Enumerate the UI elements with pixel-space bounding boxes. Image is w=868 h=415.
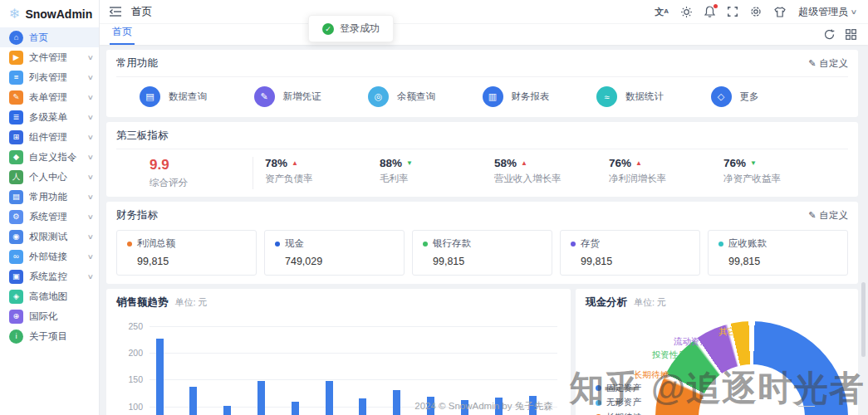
sidebar-item-label: 关于项目 [29,330,93,343]
collapse-sidebar-icon[interactable] [110,7,121,17]
sidebar-item-label: 系统管理 [29,211,82,223]
settings-gear-icon[interactable] [750,6,762,17]
finance-dot-icon [127,242,132,247]
bar-chart-bar [393,390,400,415]
legend-label: 无形资产 [606,397,641,408]
sidebar-item-about-project[interactable]: i关于项目 [0,326,99,346]
trend-up-icon: ▲ [292,159,298,167]
translate-icon[interactable]: 文A [655,7,669,17]
sidebar-item-label: 列表管理 [29,71,82,84]
bar-chart-bar [292,402,299,415]
app-logo[interactable]: ❄ SnowAdmin [0,0,99,27]
sidebar-item-home[interactable]: ⌂首页 [0,27,99,47]
metric-label: 净资产收益率 [723,173,826,185]
vertical-scrollbar[interactable] [861,282,866,357]
sidebar-item-permission-test[interactable]: ◉权限测试∨ [0,227,99,247]
theme-brightness-icon[interactable] [681,7,692,17]
sales-trend-chart-card: 销售额趋势 单位: 元 50100150200250 [106,289,571,415]
quick-customize-button[interactable]: ✎ 自定义 [808,57,848,70]
user-dropdown[interactable]: 超级管理员 ∨ [798,5,856,19]
quick-function-item[interactable]: ≈数据统计 [596,86,711,107]
finance-cards-row: 利润总额99,815现金749,029银行存款99,815存货99,815应收账… [116,222,848,279]
sidebar-item-multilevel-menu[interactable]: ≣多级菜单∨ [0,107,99,127]
quick-function-label: 更多 [740,90,759,103]
cash-analysis-header: 现金分析 单位: 元 [586,295,848,310]
sidebar-item-i18n[interactable]: ⊕国际化 [0,306,99,326]
chevron-down-icon: ∨ [87,54,94,61]
legend-item[interactable]: 无形资产 [596,396,650,411]
metrics-header: 第三板指标 [116,129,848,149]
metric-item: 78%▲资产负债率 [253,157,368,189]
bar-chart-ytick: 100 [116,402,143,412]
sidebar-item-label: 外部链接 [29,251,82,263]
bar-chart-bar [427,397,434,415]
bar-chart-ytick: 200 [116,348,143,358]
fullscreen-icon[interactable] [728,7,738,17]
top-header: 首页 文A 超级管理 [100,0,868,23]
sidebar-item-label: 首页 [29,32,93,44]
metric-value: 58%▲ [494,157,597,169]
sidebar-item-user-center[interactable]: 人个人中心∨ [0,167,99,187]
bar-chart-bar [156,339,164,415]
sidebar-item-label: 组件管理 [29,131,82,144]
finance-card: 现金749,029 [264,230,405,276]
chevron-down-icon: ∨ [87,114,94,121]
donut-hole [699,364,805,415]
finance-card-label: 现金 [285,237,304,250]
donut-callout-label: 固定... [820,401,845,413]
quick-functions-title: 常用功能 [116,56,158,71]
sidebar-item-label: 系统监控 [29,271,82,283]
quick-function-item[interactable]: ✎新增凭证 [254,86,369,107]
cash-analysis-chart-card: 现金分析 单位: 元 固定资产无形资产长期待摊投资性房产流动资产其它无形资产长期… [576,289,858,415]
trend-up-icon: ▲ [635,159,642,167]
chevron-down-icon: ∨ [87,213,94,221]
i18n-icon: ⊕ [9,310,23,324]
theme-skin-icon[interactable] [774,7,786,17]
finance-card: 利润总额99,815 [116,230,257,276]
bar-chart-bar [359,398,366,415]
quick-function-item[interactable]: ▥财务报表 [483,86,597,107]
sidebar-item-list-management[interactable]: ≡列表管理∨ [0,67,99,87]
legend-label: 长期待摊 [606,412,641,415]
tab-home[interactable]: 首页 [110,22,135,45]
layout-grid-icon[interactable] [846,29,856,40]
metric-value: 88%▼ [380,157,483,169]
sidebar-item-component-management[interactable]: ⊞组件管理∨ [0,127,99,147]
sidebar-item-custom-directive[interactable]: ◆自定义指令∨ [0,147,99,167]
finance-title: 财务指标 [116,208,158,222]
finance-dot-icon [718,242,723,247]
quick-function-item[interactable]: ◇更多 [711,86,826,107]
sidebar-item-system-management[interactable]: ⚙系统管理∨ [0,207,99,227]
system-management-icon: ⚙ [9,210,23,224]
notification-bell-icon[interactable] [704,6,715,17]
legend-dot-icon [596,400,601,406]
sidebar-item-file-management[interactable]: ▶文件管理∨ [0,47,99,67]
legend-item[interactable]: 长期待摊 [596,410,650,415]
quick-items-row: ▤数据查询✎新增凭证◎余额查询▥财务报表≈数据统计◇更多 [116,77,848,112]
chevron-down-icon: ∨ [87,253,94,261]
quick-function-item[interactable]: ▤数据查询 [140,86,254,107]
legend-item[interactable]: 固定资产 [596,381,650,396]
sidebar-item-label: 个人中心 [29,171,82,183]
sidebar-item-common-functions[interactable]: ▤常用功能∨ [0,187,99,207]
finance-customize-button[interactable]: ✎ 自定义 [808,209,848,222]
sidebar-item-system-monitor[interactable]: ▣系统监控∨ [0,266,99,286]
quick-function-item[interactable]: ◎余额查询 [368,86,483,107]
refresh-icon[interactable] [824,29,835,40]
bar-chart-bar [461,400,468,415]
sidebar-item-external-link[interactable]: ∞外部链接∨ [0,247,99,266]
chevron-down-icon: ∨ [851,8,858,16]
finance-card-value: 99,815 [127,256,246,267]
finance-card-top: 存货 [571,237,689,250]
edit-pencil-icon: ✎ [808,58,816,69]
metric-item: 76%▼净资产收益率 [712,157,826,189]
external-link-icon: ∞ [9,250,23,264]
metric-item: 58%▲营业收入增长率 [483,157,597,189]
bar-chart-bar [495,398,503,415]
sidebar-item-form-management[interactable]: ✎表单管理∨ [0,87,99,107]
sidebar-item-amap[interactable]: ◈高德地图 [0,286,99,306]
metric-label: 净利润增长率 [609,173,712,185]
breadcrumb: 首页 [131,5,152,19]
edit-pencil-icon: ✎ [808,210,816,221]
toast-message: 登录成功 [340,22,380,36]
